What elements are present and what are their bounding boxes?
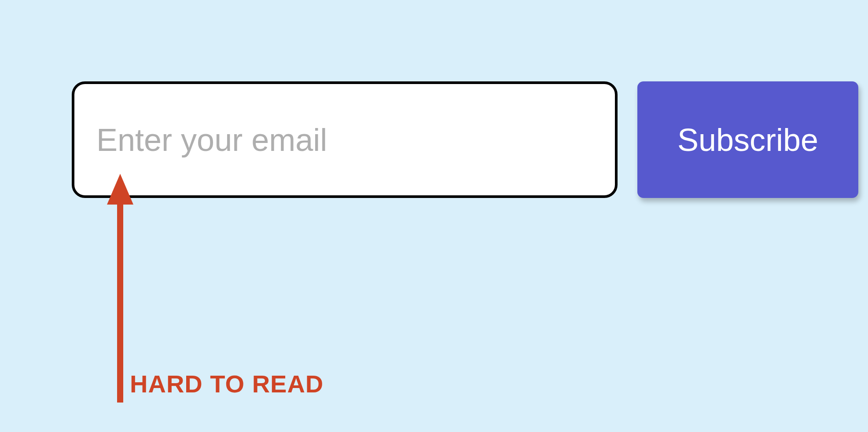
arrow-up-icon [103,174,138,403]
subscribe-button[interactable]: Subscribe [637,81,858,198]
svg-rect-1 [117,200,123,403]
annotation-label: HARD TO READ [130,370,324,398]
email-input[interactable] [72,81,618,198]
subscribe-form: Subscribe [72,81,858,198]
